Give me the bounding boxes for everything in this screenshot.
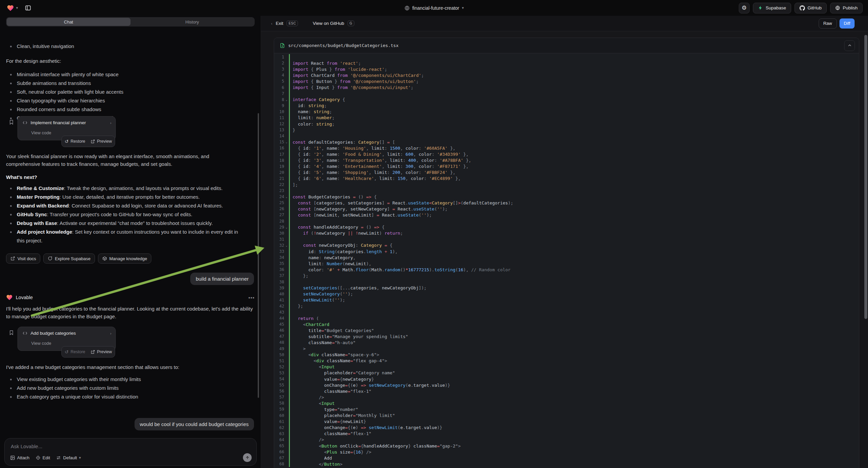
raw-button[interactable]: Raw xyxy=(819,19,837,29)
code-line: 65 <Button onClick={handleAddCategory} c… xyxy=(274,443,859,449)
app-window: ▾ financial-future-creator ▾ ⚙ Supabase xyxy=(0,0,868,468)
list-item: Clean typography with clear hierarchies xyxy=(6,96,245,105)
edit-button[interactable]: Edit xyxy=(36,455,50,460)
view-code-link[interactable]: View code xyxy=(31,130,51,135)
mode-selector[interactable]: Default ▾ xyxy=(56,455,81,460)
list-item: Each category gets a unique color for vi… xyxy=(6,392,245,401)
code-toolbar: ‹ Exit ESC View on GitHub G Raw Diff xyxy=(261,16,868,31)
scrolled-bullet-list: Clean, intuitive navigation xyxy=(6,42,245,51)
chevron-left-icon[interactable]: ‹ xyxy=(271,22,273,26)
bookmark-icon[interactable] xyxy=(9,119,14,125)
code-line: 27 const [newLimit, setNewLimit] = React… xyxy=(274,212,859,218)
restore-button[interactable]: ↺ Restore xyxy=(65,139,86,144)
manage-knowledge-button[interactable]: Manage knowledge xyxy=(98,254,152,264)
exit-button[interactable]: Exit xyxy=(276,21,283,26)
view-on-github-button[interactable]: View on GitHub xyxy=(313,21,344,26)
restore-icon: ↺ xyxy=(65,139,69,144)
list-item: Master Prompting: Use clear, detailed, a… xyxy=(6,193,245,201)
chevron-right-icon[interactable]: › xyxy=(110,331,112,335)
code-line: 29⌄ const handleAddCategory = () => { xyxy=(274,224,859,230)
assistant-name: Lovable xyxy=(16,295,33,300)
code-line: 61 value={newLimit} xyxy=(274,419,859,425)
image-icon xyxy=(10,455,15,460)
explore-supabase-button[interactable]: Explore Supabase xyxy=(43,254,95,264)
composer-input[interactable]: Ask Lovable... xyxy=(11,443,42,449)
list-item: Subtle animations and transitions xyxy=(6,79,245,88)
code-line: 5import { Button } from '@/components/ui… xyxy=(274,78,859,84)
chevron-right-icon[interactable]: › xyxy=(110,121,112,125)
code-line: 68 </Button> xyxy=(274,461,859,467)
workspace-chevron-down-icon[interactable]: ▾ xyxy=(16,6,18,10)
code-line: 23 xyxy=(274,188,859,194)
github-icon xyxy=(800,5,805,11)
collapse-file-button[interactable] xyxy=(844,40,855,51)
code-line: 7 xyxy=(274,91,859,97)
preview-button[interactable]: Preview xyxy=(91,350,112,354)
send-button[interactable] xyxy=(243,453,252,462)
tab-history[interactable]: History xyxy=(130,18,254,26)
design-bullet-list: Minimalist interface with plenty of whit… xyxy=(6,70,245,122)
code-line: 58 <Input xyxy=(274,400,859,406)
external-link-icon xyxy=(91,350,95,354)
project-name: financial-future-creator xyxy=(412,5,459,11)
github-button[interactable]: GitHub xyxy=(795,3,827,13)
file-header[interactable]: src/components/budget/BudgetCategories.t… xyxy=(274,38,859,53)
settings-button[interactable]: ⚙ xyxy=(739,3,750,13)
code-icon xyxy=(23,120,28,125)
view-code-link[interactable]: View code xyxy=(31,341,51,346)
lovable-logo-heart-icon[interactable] xyxy=(7,4,14,12)
code-line: 20 { id: '5', name: 'Shopping', limit: 2… xyxy=(274,170,859,176)
external-link-icon xyxy=(10,256,15,261)
code-line: 13} xyxy=(274,127,859,133)
code-line: 37 }; xyxy=(274,273,859,279)
chat-bubble-icon xyxy=(48,256,52,261)
lovable-heart-icon xyxy=(6,294,13,301)
diff-button[interactable]: Diff xyxy=(839,19,855,29)
code-line: 17 { id: '2', name: 'Food & Dining', lim… xyxy=(274,151,859,157)
list-item: View existing budget categories with the… xyxy=(6,375,245,384)
chat-composer[interactable]: Ask Lovable... Attach Edit xyxy=(4,438,257,466)
ready-paragraph: Your sleek financial planner is now read… xyxy=(6,152,241,168)
code-line: 21 { id: '6', name: 'Healthcare', limit:… xyxy=(274,176,859,182)
code-lines: 12import React from 'react';3import { Pl… xyxy=(274,53,859,468)
chevron-up-icon xyxy=(847,43,852,48)
tab-chat[interactable]: Chat xyxy=(7,18,130,26)
project-switcher[interactable]: financial-future-creator ▾ xyxy=(404,0,464,16)
code-scrollbar[interactable] xyxy=(864,35,867,319)
file-diff-card: src/components/budget/BudgetCategories.t… xyxy=(274,38,859,468)
code-line: 30 if (!newCategory || !newLimit) return… xyxy=(274,230,859,236)
gear-icon: ⚙ xyxy=(742,5,747,11)
list-item: Add new budget categories with custom li… xyxy=(6,384,245,392)
code-line: 38 xyxy=(274,279,859,285)
action-buttons-row: Visit docs Explore Supabase Manage knowl… xyxy=(6,254,151,264)
more-options-icon[interactable]: ••• xyxy=(248,295,255,300)
design-intro-text: For the design aesthetic: xyxy=(6,57,61,65)
supabase-button[interactable]: Supabase xyxy=(753,3,791,13)
added-bullet-list: View existing budget categories with the… xyxy=(6,375,245,401)
code-line: 47 subtitle="Manage your spending limits… xyxy=(274,333,859,340)
code-diff-panel: ‹ Exit ESC View on GitHub G Raw Diff src… xyxy=(261,16,868,468)
visit-docs-button[interactable]: Visit docs xyxy=(6,254,40,264)
code-line: 36 color: '#' + Math.floor(Math.random()… xyxy=(274,267,859,273)
restore-preview-chip: ↺ Restore Preview xyxy=(61,346,115,357)
code-line: 25 const [categories, setCategories] = R… xyxy=(274,200,859,206)
code-line: 45 <ChartCard xyxy=(274,321,859,327)
chat-scrollbar[interactable] xyxy=(258,113,259,398)
sliders-icon xyxy=(56,455,61,460)
whats-next-heading: What's next? xyxy=(6,174,37,180)
bookmark-icon[interactable] xyxy=(9,330,14,335)
added-paragraph: I've added a new budget categories manag… xyxy=(6,363,254,371)
code-line: 31 xyxy=(274,236,859,242)
code-line: 53 placeholder="Category name" xyxy=(274,370,859,376)
attach-button[interactable]: Attach xyxy=(10,455,30,460)
restore-button[interactable]: ↺ Restore xyxy=(65,349,86,354)
code-line: 8⌄interface Category { xyxy=(274,97,859,103)
preview-button[interactable]: Preview xyxy=(91,139,112,144)
publish-button[interactable]: Publish xyxy=(830,3,863,13)
sidebar-toggle-button[interactable] xyxy=(23,3,34,13)
code-line: 4import ChartCard from '@/components/ui/… xyxy=(274,72,859,78)
code-line: 44 return ( xyxy=(274,315,859,321)
code-line: 50 <div className="space-y-6"> xyxy=(274,352,859,358)
code-line: 64 /> xyxy=(274,437,859,443)
code-line: 34 name: newCategory, xyxy=(274,255,859,261)
